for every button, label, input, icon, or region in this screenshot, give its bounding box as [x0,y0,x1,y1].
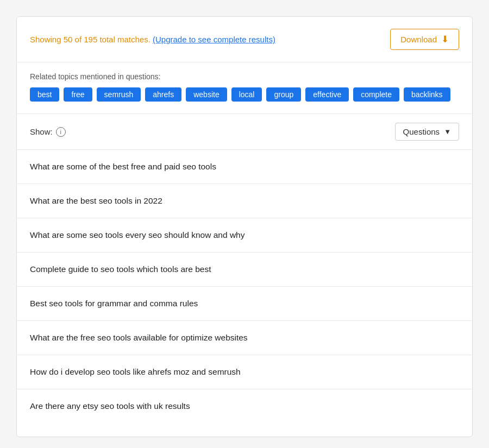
question-item[interactable]: Are there any etsy seo tools with uk res… [17,389,472,423]
main-container: Showing 50 of 195 total matches. (Upgrad… [16,16,473,437]
question-item[interactable]: Complete guide to seo tools which tools … [17,253,472,287]
topic-tag[interactable]: best [30,87,59,102]
show-label: Show: i [30,127,66,137]
chevron-down-icon: ▼ [444,128,451,136]
topic-tag[interactable]: backlinks [404,87,450,102]
topic-tag[interactable]: website [186,87,227,102]
question-item[interactable]: What are some of the best free and paid … [17,150,472,184]
questions-dropdown[interactable]: Questions ▼ [395,123,459,141]
info-icon[interactable]: i [56,127,66,137]
topic-tag[interactable]: group [266,87,301,102]
download-label: Download [400,35,437,44]
question-item[interactable]: Best seo tools for grammar and comma rul… [17,287,472,321]
topic-tag[interactable]: complete [353,87,399,102]
topic-tag[interactable]: local [231,87,262,102]
topic-tag[interactable]: free [64,87,92,102]
download-button[interactable]: Download ⬇ [390,29,459,50]
question-item[interactable]: What are the best seo tools in 2022 [17,184,472,218]
topic-tag[interactable]: effective [305,87,349,102]
matches-text: Showing 50 of 195 total matches. (Upgrad… [30,35,275,44]
questions-list: What are some of the best free and paid … [17,150,472,423]
question-item[interactable]: How do i develop seo tools like ahrefs m… [17,355,472,389]
question-item[interactable]: What are some seo tools every seo should… [17,218,472,253]
topic-tag[interactable]: ahrefs [145,87,181,102]
header-section: Showing 50 of 195 total matches. (Upgrad… [17,17,472,62]
dropdown-label: Questions [403,127,440,136]
show-text: Show: [30,127,53,136]
matches-count: Showing 50 of 195 total matches. [30,35,151,44]
topic-tag[interactable]: semrush [97,87,141,102]
show-row: Show: i Questions ▼ [17,114,472,150]
tags-row: bestfreesemrushahrefswebsitelocalgroupef… [30,87,459,102]
question-item[interactable]: What are the free seo tools available fo… [17,321,472,355]
download-icon: ⬇ [441,34,449,45]
topics-section: Related topics mentioned in questions: b… [17,62,472,114]
topics-label: Related topics mentioned in questions: [30,72,459,81]
upgrade-link[interactable]: (Upgrade to see complete results) [153,35,275,44]
